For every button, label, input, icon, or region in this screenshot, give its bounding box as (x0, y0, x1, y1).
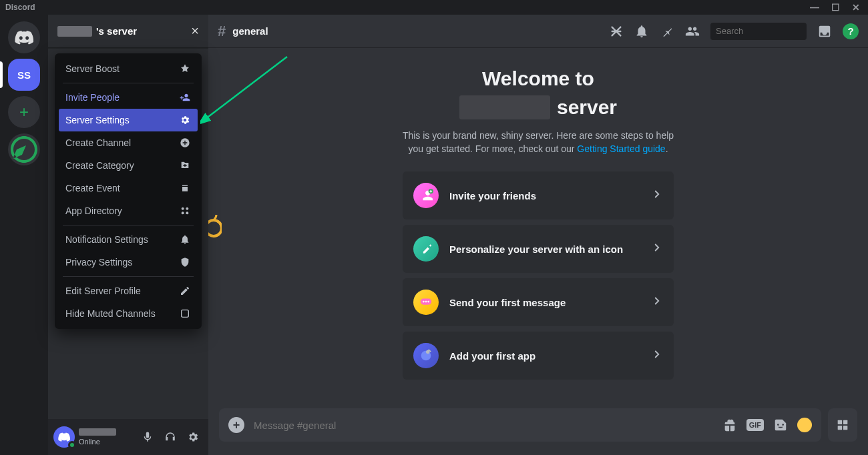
help-button[interactable]: ? (843, 23, 859, 39)
message-composer: + GIF (208, 408, 868, 455)
pinned-icon[interactable] (660, 24, 674, 39)
folder-plus-icon (179, 159, 191, 171)
svg-rect-15 (843, 420, 847, 424)
channel-sidebar: 's server × Server Boost Invite People S… (48, 15, 208, 455)
notifications-icon[interactable] (634, 24, 649, 39)
pencil-icon (179, 285, 191, 297)
svg-rect-14 (838, 420, 842, 424)
deafen-button[interactable] (160, 427, 180, 447)
menu-server-settings[interactable]: Server Settings (59, 109, 198, 131)
bell-icon (179, 234, 191, 246)
menu-invite-people[interactable]: Invite People (59, 86, 198, 109)
hash-icon: # (218, 23, 226, 40)
server-name-redacted-large (459, 95, 550, 119)
activity-button[interactable] (828, 408, 857, 442)
avatar[interactable] (53, 426, 75, 448)
svg-point-6 (208, 220, 222, 236)
sticker-icon[interactable] (773, 418, 788, 432)
inbox-icon[interactable] (817, 24, 832, 39)
svg-point-3 (182, 211, 184, 214)
status-indicator (68, 441, 76, 449)
server-name-redacted (57, 26, 92, 37)
main-content: # general ? Welcome to (208, 15, 868, 455)
server-header[interactable]: 's server × (48, 15, 208, 48)
grid-icon (179, 205, 191, 217)
boost-icon (179, 63, 191, 75)
user-panel: Online (48, 419, 208, 455)
calendar-icon (179, 182, 191, 194)
menu-server-boost[interactable]: Server Boost (59, 57, 198, 80)
svg-point-10 (425, 301, 427, 303)
svg-rect-17 (843, 426, 847, 430)
card-invite-icon (413, 183, 439, 208)
invite-icon (179, 91, 191, 103)
shield-icon (179, 256, 191, 268)
card-personalize-icon (413, 236, 439, 262)
close-button[interactable]: ✕ (852, 2, 860, 13)
attach-button[interactable]: + (228, 417, 244, 433)
menu-notification-settings[interactable]: Notification Settings (59, 228, 198, 251)
welcome-subtitle: This is your brand new, shiny server. He… (398, 129, 678, 155)
server-rail: SS + (0, 15, 48, 455)
menu-create-channel[interactable]: Create Channel (59, 131, 198, 154)
menu-create-category[interactable]: Create Category (59, 154, 198, 177)
card-app-icon (413, 343, 439, 368)
titlebar: Discord — ☐ ✕ (0, 0, 868, 15)
app-name: Discord (5, 3, 35, 12)
chevron-right-icon (651, 242, 663, 256)
gift-icon[interactable] (722, 418, 737, 432)
home-button[interactable] (8, 21, 40, 53)
search-input[interactable] (716, 26, 828, 36)
svg-rect-5 (182, 310, 189, 318)
getting-started-link[interactable]: Getting Started guide (577, 143, 665, 154)
svg-point-11 (427, 301, 429, 303)
svg-point-9 (423, 301, 425, 303)
server-dropdown: Server Boost Invite People Server Settin… (55, 53, 202, 329)
svg-point-4 (186, 211, 188, 214)
mute-button[interactable] (138, 427, 158, 447)
checkbox-icon (179, 308, 191, 320)
username-redacted (79, 428, 116, 436)
members-icon[interactable] (685, 24, 700, 39)
server-name-suffix: 's server (96, 25, 137, 37)
card-personalize[interactable]: Personalize your server with an icon (403, 225, 674, 273)
menu-edit-server-profile[interactable]: Edit Server Profile (59, 280, 198, 302)
emoji-icon[interactable] (797, 418, 812, 432)
welcome-screen: Welcome to server This is your brand new… (208, 48, 868, 408)
svg-point-1 (182, 207, 184, 210)
message-input[interactable] (254, 420, 713, 431)
user-settings-button[interactable] (183, 427, 203, 447)
server-selected[interactable]: SS (8, 59, 40, 91)
chevron-right-icon (651, 348, 663, 363)
user-status: Online (79, 438, 134, 446)
add-server-button[interactable]: + (8, 96, 40, 128)
chevron-right-icon (651, 295, 663, 310)
server-abbr: SS (17, 69, 31, 81)
menu-create-event[interactable]: Create Event (59, 177, 198, 199)
decorative-emoji (208, 215, 222, 242)
gif-icon[interactable]: GIF (746, 419, 764, 431)
threads-icon[interactable] (609, 24, 624, 39)
card-first-message[interactable]: Send your first message (403, 278, 674, 326)
discover-button[interactable] (8, 133, 40, 165)
svg-point-2 (186, 207, 188, 210)
card-message-icon (413, 290, 439, 315)
welcome-heading: Welcome to server (459, 65, 617, 120)
maximize-button[interactable]: ☐ (831, 2, 840, 13)
menu-hide-muted[interactable]: Hide Muted Channels (59, 302, 198, 325)
close-icon[interactable]: × (191, 23, 199, 39)
search-box[interactable] (710, 23, 807, 40)
svg-rect-16 (838, 426, 842, 430)
channel-name: general (232, 25, 268, 37)
channel-header: # general ? (208, 15, 868, 48)
card-invite-friends[interactable]: Invite your friends (403, 171, 674, 219)
minimize-button[interactable]: — (810, 2, 819, 13)
plus-circle-icon (179, 137, 191, 149)
menu-app-directory[interactable]: App Directory (59, 199, 198, 222)
menu-privacy-settings[interactable]: Privacy Settings (59, 251, 198, 274)
card-first-app[interactable]: Add your first app (403, 332, 674, 380)
gear-icon (179, 114, 191, 126)
chevron-right-icon (651, 188, 663, 203)
